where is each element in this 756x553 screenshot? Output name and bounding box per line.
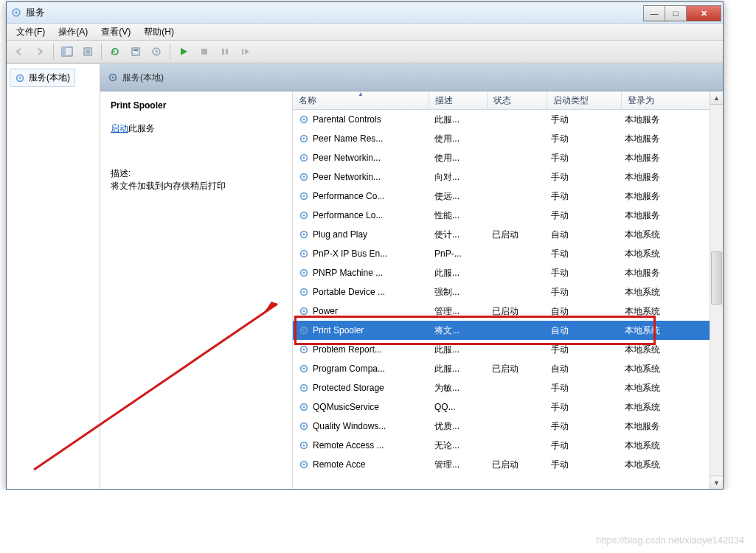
export-button[interactable] [78, 42, 97, 61]
menu-view[interactable]: 查看(V) [94, 24, 137, 41]
service-list: 名称▲ 描述 状态 启动类型 登录为 Parental Controls此服..… [293, 91, 723, 489]
cell-desc: QQ... [429, 402, 486, 412]
service-row[interactable]: Peer Networkin...向对...手动本地服务 [293, 167, 723, 187]
cell-logon: 本地服务 [619, 114, 719, 126]
service-row[interactable]: Portable Device ...强制...手动本地系统 [293, 282, 723, 302]
cell-logon: 本地系统 [619, 324, 719, 337]
main-pane: 服务(本地) Print Spooler 启动此服务 描述: 将文件加载到内存供… [100, 64, 723, 489]
cell-name: Performance Lo... [293, 210, 429, 220]
cell-startup: 手动 [545, 190, 619, 203]
service-row[interactable]: Power管理...已启动自动本地系统 [293, 302, 723, 321]
cell-startup: 自动 [545, 363, 619, 375]
cell-name: Parental Controls [293, 114, 429, 125]
toolbar-separator [170, 44, 170, 60]
svg-point-14 [19, 77, 21, 79]
service-row[interactable]: QQMusicServiceQQ...手动本地系统 [293, 397, 723, 417]
cell-name: Performance Co... [293, 191, 429, 201]
service-row[interactable]: Quality Windows...优质...手动本地服务 [293, 417, 723, 436]
menu-file[interactable]: 文件(F) [10, 24, 52, 41]
gear-icon [299, 133, 309, 144]
gear-icon [108, 72, 118, 83]
cell-name: QQMusicService [293, 402, 429, 412]
cell-desc: 使远... [429, 190, 486, 203]
show-hide-tree-button[interactable] [58, 42, 77, 61]
service-row[interactable]: Peer Name Res...使用...手动本地服务 [293, 129, 723, 148]
service-row[interactable]: Program Compa...此服...已启动自动本地系统 [293, 359, 723, 378]
scroll-up-button[interactable]: ▲ [710, 91, 723, 105]
cell-startup: 手动 [545, 439, 619, 452]
tree-node-services-local[interactable]: 服务(本地) [10, 69, 75, 87]
column-status[interactable]: 状态 [488, 91, 547, 109]
svg-point-38 [303, 310, 305, 313]
service-row[interactable]: Plug and Play使计...已启动自动本地系统 [293, 225, 723, 244]
svg-point-26 [303, 195, 305, 198]
titlebar[interactable]: 服务 — □ ✕ [7, 2, 723, 24]
minimize-button[interactable]: — [643, 5, 665, 21]
cell-startup: 手动 [545, 401, 619, 414]
service-row[interactable]: Remote Access ...无论...手动本地系统 [293, 436, 723, 455]
svg-point-22 [303, 157, 305, 159]
menu-action[interactable]: 操作(A) [52, 24, 94, 41]
vertical-scrollbar[interactable]: ▲ ▼ [710, 91, 723, 489]
column-logon[interactable]: 登录为 [622, 91, 723, 109]
svg-point-36 [303, 291, 305, 293]
service-row[interactable]: Protected Storage为敏...手动本地系统 [293, 378, 723, 397]
column-headers: 名称▲ 描述 状态 启动类型 登录为 [293, 91, 723, 110]
column-name[interactable]: 名称▲ [293, 91, 429, 109]
svg-point-24 [303, 176, 305, 178]
cell-logon: 本地系统 [619, 344, 719, 356]
help-button[interactable]: ? [147, 42, 166, 61]
gear-icon [299, 191, 309, 201]
cell-logon: 本地服务 [619, 420, 719, 433]
service-row[interactable]: Peer Networkin...使用...手动本地服务 [293, 148, 723, 167]
service-row[interactable]: Performance Co...使远...手动本地服务 [293, 187, 723, 206]
svg-rect-11 [226, 49, 228, 55]
service-row[interactable]: Parental Controls此服...手动本地服务 [293, 110, 723, 129]
scroll-down-button[interactable]: ▼ [710, 476, 723, 489]
svg-point-18 [303, 119, 305, 121]
cell-startup: 手动 [545, 459, 619, 471]
tree-node-label: 服务(本地) [29, 72, 70, 84]
scroll-track[interactable] [710, 104, 723, 476]
menu-help[interactable]: 帮助(H) [137, 24, 181, 41]
cell-name: Remote Access ... [293, 440, 429, 451]
services-window: 服务 — □ ✕ 文件(F) 操作(A) 查看(V) 帮助(H) ? 服 [6, 1, 724, 490]
service-row[interactable]: PNRP Machine ...此服...手动本地服务 [293, 263, 723, 282]
cell-desc: 使用... [429, 152, 486, 164]
column-desc[interactable]: 描述 [429, 91, 488, 109]
cell-name: Print Spooler [293, 325, 429, 335]
svg-rect-10 [222, 49, 224, 55]
selected-service-name: Print Spooler [111, 100, 282, 111]
column-startup[interactable]: 启动类型 [547, 91, 622, 109]
start-service-button[interactable] [174, 42, 193, 61]
svg-rect-6 [133, 49, 138, 51]
gear-icon [299, 364, 309, 374]
cell-logon: 本地服务 [619, 152, 719, 164]
service-row[interactable]: Remote Acce管理...已启动手动本地系统 [293, 455, 723, 474]
start-service-suffix: 此服务 [128, 123, 155, 133]
cell-desc: 此服... [429, 267, 486, 279]
cell-startup: 手动 [545, 267, 619, 279]
tree-pane[interactable]: 服务(本地) [7, 64, 100, 489]
back-button [10, 42, 29, 61]
maximize-button[interactable]: □ [665, 5, 687, 21]
cell-logon: 本地系统 [619, 459, 719, 471]
pause-service-button [215, 42, 235, 61]
cell-logon: 本地服务 [619, 133, 719, 145]
cell-startup: 自动 [545, 324, 619, 337]
cell-logon: 本地系统 [619, 229, 719, 241]
window-title: 服务 [26, 6, 644, 19]
refresh-button[interactable] [105, 42, 125, 61]
service-rows[interactable]: Parental Controls此服...手动本地服务Peer Name Re… [293, 110, 723, 474]
service-row[interactable]: Problem Report...此服...手动本地系统 [293, 340, 723, 359]
service-row[interactable]: Print Spooler将文...自动本地系统 [293, 321, 723, 340]
close-button[interactable]: ✕ [686, 5, 721, 21]
cell-name: Peer Name Res... [293, 133, 429, 144]
scroll-thumb[interactable] [711, 251, 722, 305]
service-row[interactable]: PnP-X IP Bus En...PnP-...手动本地系统 [293, 244, 723, 263]
properties-button[interactable] [126, 42, 145, 61]
svg-point-50 [303, 425, 305, 428]
cell-desc: 此服... [429, 114, 486, 126]
start-service-link[interactable]: 启动 [111, 123, 128, 133]
service-row[interactable]: Performance Lo...性能...手动本地服务 [293, 206, 723, 225]
